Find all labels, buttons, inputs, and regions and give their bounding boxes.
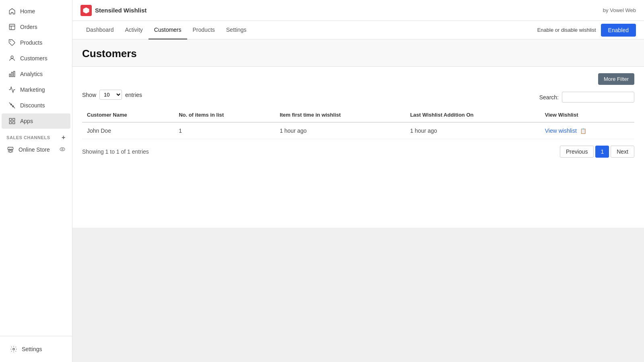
- topbar: Stensiled Wishlist by Vowel Web: [72, 0, 644, 21]
- sidebar-item-apps[interactable]: Apps: [2, 113, 70, 129]
- show-label: Show: [82, 92, 96, 98]
- svg-rect-12: [10, 150, 12, 152]
- sidebar-item-online-store[interactable]: Online Store: [0, 143, 72, 156]
- enable-disable-label: Enable or disable wishlist: [537, 27, 596, 33]
- svg-point-15: [13, 348, 15, 350]
- view-wishlist-link[interactable]: View wishlist: [545, 128, 577, 134]
- tabs-bar: Dashboard Activity Customers Products Se…: [72, 21, 644, 39]
- next-button[interactable]: Next: [611, 146, 634, 158]
- cell-items-count: 1: [174, 122, 275, 139]
- svg-rect-10: [9, 122, 11, 124]
- main-content: Stensiled Wishlist by Vowel Web Dashboar…: [72, 0, 644, 362]
- sidebar-item-analytics[interactable]: Analytics: [2, 66, 70, 82]
- sales-channels-section: SALES CHANNELS +: [0, 129, 72, 143]
- sidebar-item-products[interactable]: Products: [2, 35, 70, 50]
- cell-last-addition: 1 hour ago: [405, 122, 540, 139]
- previous-button[interactable]: Previous: [560, 146, 594, 158]
- discounts-icon: [8, 101, 16, 109]
- page-title: Customers: [82, 47, 634, 60]
- sidebar-nav: Home Orders Products Customers Analytics: [0, 0, 72, 336]
- sidebar-item-home[interactable]: Home: [2, 4, 70, 19]
- search-row: Search:: [539, 92, 634, 103]
- tab-customers[interactable]: Customers: [149, 21, 187, 39]
- svg-rect-3: [9, 74, 10, 77]
- sidebar-item-orders[interactable]: Orders: [2, 19, 70, 35]
- tabs-right: Enable or disable wishlist Enabled: [537, 24, 636, 37]
- eye-icon[interactable]: [59, 146, 66, 154]
- sidebar-item-marketing[interactable]: Marketing: [2, 82, 70, 97]
- enabled-button[interactable]: Enabled: [601, 24, 636, 37]
- col-first-time: Item first time in wishlist: [275, 108, 405, 122]
- col-last-addition: Last Wishlist Addition On: [405, 108, 540, 122]
- svg-rect-9: [13, 118, 15, 120]
- table-body: John Doe 1 1 hour ago 1 hour ago View wi…: [82, 122, 634, 139]
- cell-first-time: 1 hour ago: [275, 122, 405, 139]
- tab-products[interactable]: Products: [187, 21, 221, 39]
- svg-rect-8: [9, 118, 11, 120]
- svg-rect-5: [14, 71, 15, 77]
- svg-point-13: [60, 148, 65, 151]
- marketing-icon: [8, 86, 16, 94]
- search-input[interactable]: [562, 92, 634, 103]
- svg-rect-0: [9, 24, 15, 30]
- col-customer-name: Customer Name: [82, 108, 174, 122]
- search-label: Search:: [539, 94, 559, 101]
- entries-label: entries: [125, 92, 142, 98]
- wishlist-copy-icon: 📋: [580, 128, 586, 134]
- show-row: Show 10 25 50 100 entries: [82, 90, 142, 100]
- col-items-count: No. of items in list: [174, 108, 275, 122]
- svg-point-2: [11, 56, 13, 58]
- filter-row: More Filter: [82, 73, 634, 85]
- svg-rect-11: [13, 122, 15, 124]
- apps-icon: [8, 117, 16, 125]
- content-area: More Filter Show 10 25 50 100 entries Se…: [72, 67, 644, 228]
- settings-icon: [10, 345, 18, 353]
- customers-table: Customer Name No. of items in list Item …: [82, 108, 634, 139]
- tab-activity[interactable]: Activity: [120, 21, 149, 39]
- table-controls: Show 10 25 50 100 entries Search:: [82, 90, 634, 105]
- app-logo-icon: [80, 5, 92, 16]
- more-filter-button[interactable]: More Filter: [598, 73, 634, 85]
- entries-select[interactable]: 10 25 50 100: [99, 90, 122, 100]
- online-store-icon: [6, 146, 14, 154]
- cell-customer-name: John Doe: [82, 122, 174, 139]
- table-header-row: Customer Name No. of items in list Item …: [82, 108, 634, 122]
- svg-point-14: [62, 148, 63, 150]
- tab-settings[interactable]: Settings: [221, 21, 252, 39]
- home-icon: [8, 7, 16, 15]
- analytics-icon: [8, 70, 16, 78]
- sidebar: Home Orders Products Customers Analytics: [0, 0, 72, 362]
- pagination-area: Showing 1 to 1 of 1 entries Previous 1 N…: [82, 146, 634, 158]
- sidebar-bottom: Settings: [0, 336, 72, 362]
- sidebar-item-customers[interactable]: Customers: [2, 51, 70, 66]
- showing-text: Showing 1 to 1 of 1 entries: [82, 148, 149, 155]
- svg-point-1: [10, 41, 11, 41]
- cell-view-wishlist: View wishlist 📋: [540, 122, 634, 139]
- add-sales-channel-icon[interactable]: +: [62, 134, 66, 141]
- customers-icon: [8, 54, 16, 62]
- pagination-controls: Previous 1 Next: [560, 146, 634, 158]
- orders-icon: [8, 23, 16, 31]
- table-row: John Doe 1 1 hour ago 1 hour ago View wi…: [82, 122, 634, 139]
- col-view-wishlist: View Wishlist: [540, 108, 634, 122]
- page-header: Customers: [72, 39, 644, 67]
- sidebar-item-discounts[interactable]: Discounts: [2, 98, 70, 113]
- svg-rect-4: [12, 72, 13, 77]
- page-number-1[interactable]: 1: [595, 146, 609, 158]
- page-content: Customers More Filter Show 10 25 50 100 …: [72, 39, 644, 362]
- topbar-by-label: by Vowel Web: [603, 7, 636, 13]
- app-logo: Stensiled Wishlist: [80, 5, 147, 16]
- products-icon: [8, 39, 16, 47]
- tab-dashboard[interactable]: Dashboard: [80, 21, 120, 39]
- sidebar-item-settings[interactable]: Settings: [3, 341, 69, 357]
